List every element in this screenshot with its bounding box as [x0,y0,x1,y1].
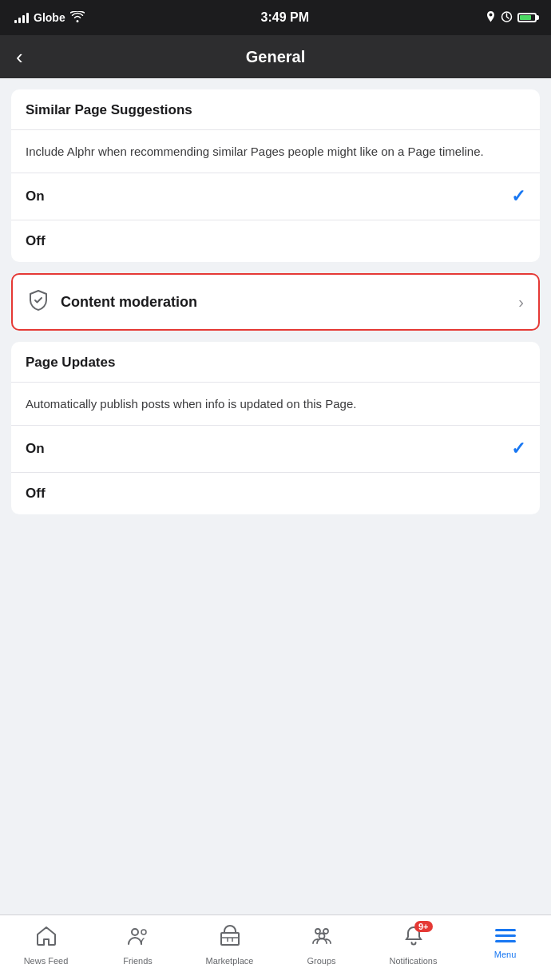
content-moderation-label: Content moderation [61,294,197,311]
status-right [486,11,537,25]
tab-marketplace[interactable]: Marketplace [184,922,276,969]
on-check-icon: ✓ [511,186,525,207]
page-updates-off-row[interactable]: Off [11,472,540,514]
sync-icon [501,11,513,25]
page-updates-description: Automatically publish posts when info is… [11,383,540,425]
status-left: Globe [14,11,85,25]
page-title: General [48,48,503,66]
content-moderation-row[interactable]: Content moderation › [13,275,538,329]
signal-icon [14,12,29,23]
notification-badge: 9+ [414,921,433,932]
on-label: On [26,188,45,204]
groups-icon [311,925,333,953]
tab-groups[interactable]: Groups [276,922,367,969]
tab-news-feed-label: News Feed [24,956,69,966]
location-icon [486,11,496,25]
tab-notifications-label: Notifications [390,956,438,966]
svg-point-2 [141,930,146,934]
tab-groups-label: Groups [307,956,335,966]
content-moderation-left: Content moderation [27,289,197,315]
page-updates-off-label: Off [26,486,46,502]
menu-icon [494,925,517,946]
page-updates-on-row[interactable]: On ✓ [11,425,540,472]
tab-marketplace-label: Marketplace [206,956,254,966]
similar-page-suggestions-card: Similar Page Suggestions Include Alphr w… [11,89,540,262]
svg-point-4 [315,929,320,934]
similar-suggestions-on-row[interactable]: On ✓ [11,173,540,220]
tab-menu-label: Menu [494,950,517,959]
page-updates-on-label: On [26,441,45,457]
marketplace-icon [219,925,241,953]
back-button[interactable]: ‹ [16,45,48,69]
status-bar: Globe 3:49 PM [0,0,551,35]
tab-friends[interactable]: Friends [92,922,184,969]
chevron-right-icon: › [518,293,524,311]
main-content: Similar Page Suggestions Include Alphr w… [0,78,551,915]
battery-icon [517,13,537,22]
similar-suggestions-off-row[interactable]: Off [11,220,540,262]
navigation-bar: ‹ General [0,35,551,78]
tab-menu[interactable]: Menu [459,922,551,962]
page-updates-card: Page Updates Automatically publish posts… [11,342,540,514]
page-updates-title: Page Updates [11,342,540,383]
tab-notifications[interactable]: 9+ Notifications [367,922,459,969]
svg-point-1 [132,929,138,935]
notifications-icon: 9+ [402,925,425,953]
off-label: Off [26,233,46,249]
status-time: 3:49 PM [261,10,309,25]
tab-news-feed[interactable]: News Feed [0,922,92,969]
home-icon [35,925,57,953]
svg-point-5 [323,929,328,934]
carrier-label: Globe [34,11,65,24]
tab-friends-label: Friends [123,956,153,966]
page-updates-on-check-icon: ✓ [511,438,525,459]
shield-icon [27,289,50,315]
similar-page-suggestions-description: Include Alphr when recommending similar … [11,130,540,173]
content-moderation-card[interactable]: Content moderation › [11,273,540,331]
tab-bar: News Feed Friends Marketplace [0,915,551,980]
similar-page-suggestions-title: Similar Page Suggestions [11,89,540,130]
svg-rect-3 [221,933,239,945]
friends-icon [127,925,149,953]
wifi-icon [70,11,85,25]
